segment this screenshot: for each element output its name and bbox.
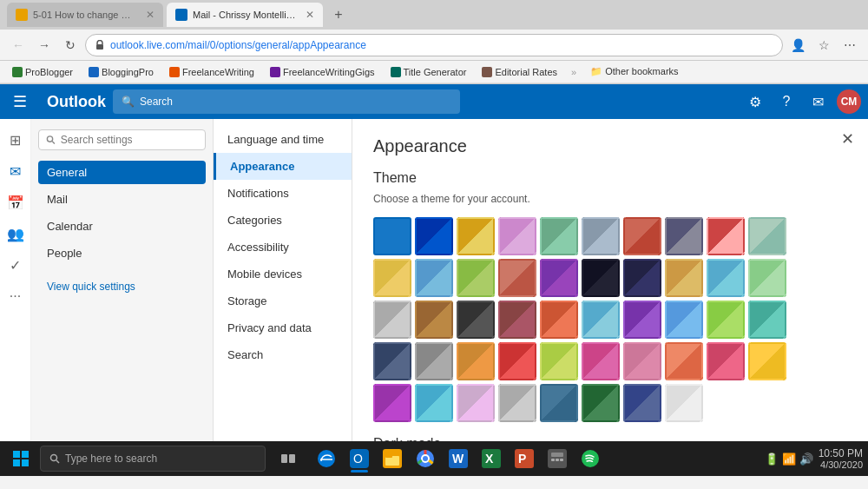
settings-mid-storage[interactable]: Storage [214,287,352,314]
taskbar-powerpoint-icon[interactable]: P [509,443,540,474]
more-button[interactable]: ⋯ [838,34,861,56]
star-button[interactable]: ☆ [812,34,835,56]
settings-nav-item-people[interactable]: People [38,241,206,265]
taskbar-chrome-icon[interactable] [410,443,441,474]
taskbar-word-icon[interactable]: W [443,443,474,474]
theme-swatch-26[interactable] [582,301,620,339]
help-icon[interactable]: ? [774,89,799,114]
settings-nav-item-general[interactable]: General [38,161,206,184]
theme-swatch-33[interactable] [457,342,495,380]
taskbar-spotify-icon[interactable] [575,443,606,474]
user-avatar[interactable]: CM [837,89,861,114]
theme-swatch-23[interactable] [457,301,495,339]
settings-mid-categories[interactable]: Categories [214,207,352,234]
theme-swatch-10[interactable] [748,217,786,255]
outlook-search[interactable]: 🔍 Search [113,89,460,114]
tab-2[interactable]: Mail - Chrissy Montelli - Outlook ✕ [167,3,323,27]
theme-swatch-20[interactable] [748,259,786,297]
theme-swatch-22[interactable] [415,301,453,339]
taskbar-edge-icon[interactable] [311,443,342,474]
feedback-icon[interactable]: ✉ [806,89,830,114]
task-view-button[interactable] [273,443,304,474]
theme-swatch-28[interactable] [665,301,703,339]
taskbar-explorer-icon[interactable] [377,443,408,474]
start-button[interactable] [5,443,36,474]
theme-swatch-6[interactable] [582,217,620,255]
settings-mid-appearance[interactable]: Appearance [214,153,352,180]
theme-swatch-27[interactable] [623,301,661,339]
theme-swatch-46[interactable] [582,384,620,422]
settings-mid-notifications[interactable]: Notifications [214,180,352,207]
settings-mid-accessibility[interactable]: Accessibility [214,234,352,261]
theme-swatch-18[interactable] [665,259,703,297]
theme-swatch-2[interactable] [415,217,453,255]
theme-swatch-4[interactable] [498,217,536,255]
theme-swatch-19[interactable] [707,259,745,297]
theme-swatch-35[interactable] [540,342,578,380]
theme-swatch-32[interactable] [415,342,453,380]
settings-mid-language[interactable]: Language and time [214,126,352,153]
theme-swatch-39[interactable] [707,342,745,380]
theme-swatch-16[interactable] [582,259,620,297]
bookmark-editorialrates[interactable]: Editorial Rates [477,65,562,79]
tab1-close[interactable]: ✕ [146,9,155,21]
theme-swatch-17[interactable] [623,259,661,297]
theme-swatch-14[interactable] [498,259,536,297]
nav-apps-icon[interactable]: ⊞ [2,126,30,154]
theme-swatch-38[interactable] [665,342,703,380]
theme-swatch-13[interactable] [457,259,495,297]
theme-swatch-45[interactable] [540,384,578,422]
theme-swatch-15[interactable] [540,259,578,297]
tab-1[interactable]: 5-01 How to change Outlook th... ✕ [7,3,163,27]
theme-swatch-48[interactable] [665,384,703,422]
theme-swatch-30[interactable] [748,301,786,339]
bookmark-freelancewriting[interactable]: FreelanceWriting [164,65,260,79]
settings-search-input[interactable] [61,134,198,146]
theme-swatch-36[interactable] [582,342,620,380]
theme-swatch-8[interactable] [665,217,703,255]
theme-swatch-42[interactable] [415,384,453,422]
theme-swatch-12[interactable] [415,259,453,297]
bookmark-bloggingpro[interactable]: BloggingPro [83,65,159,79]
theme-swatch-25[interactable] [540,301,578,339]
settings-search-box[interactable] [38,129,206,150]
nav-more-icon[interactable]: ··· [2,282,30,310]
settings-mid-mobile[interactable]: Mobile devices [214,261,352,287]
bookmark-titlegenerator[interactable]: Title Generator [385,65,472,79]
settings-close-button[interactable]: ✕ [841,129,854,149]
back-button[interactable]: ← [7,34,30,56]
theme-swatch-44[interactable] [498,384,536,422]
theme-swatch-9[interactable] [707,217,745,255]
settings-nav-item-mail[interactable]: Mail [38,188,206,211]
settings-mid-privacy[interactable]: Privacy and data [214,314,352,341]
theme-swatch-7[interactable] [623,217,661,255]
taskbar-excel-icon[interactable]: X [476,443,507,474]
theme-swatch-24[interactable] [498,301,536,339]
theme-swatch-21[interactable] [373,301,411,339]
bookmark-otherbookmarks[interactable]: 📁 Other bookmarks [585,64,683,79]
hamburger-icon[interactable]: ☰ [7,89,33,115]
theme-swatch-34[interactable] [498,342,536,380]
nav-people-icon[interactable]: 👥 [2,220,30,248]
taskbar-search-box[interactable]: Type here to search [40,446,266,472]
theme-swatch-3[interactable] [457,217,495,255]
tab2-close[interactable]: ✕ [306,9,314,21]
theme-swatch-40[interactable] [748,342,786,380]
settings-mid-search[interactable]: Search [214,341,352,368]
address-bar[interactable]: outlook.live.com/mail/0/options/general/… [85,34,783,56]
theme-swatch-29[interactable] [707,301,745,339]
theme-swatch-47[interactable] [623,384,661,422]
theme-swatch-1[interactable] [373,217,411,255]
bookmark-problogger[interactable]: ProBlogger [7,65,78,79]
nav-mail-icon[interactable]: ✉ [2,157,30,185]
new-tab-button[interactable]: + [326,3,351,27]
profile-button[interactable]: 👤 [786,34,809,56]
nav-tasks-icon[interactable]: ✓ [2,251,30,279]
taskbar-outlook-icon[interactable]: O [344,443,375,474]
theme-swatch-37[interactable] [623,342,661,380]
refresh-button[interactable]: ↻ [59,34,82,56]
settings-nav-item-calendar[interactable]: Calendar [38,215,206,238]
bookmark-freelancewritinggigs[interactable]: FreelanceWritingGigs [265,65,380,79]
settings-icon[interactable]: ⚙ [743,89,767,114]
taskbar-calculator-icon[interactable] [542,443,573,474]
